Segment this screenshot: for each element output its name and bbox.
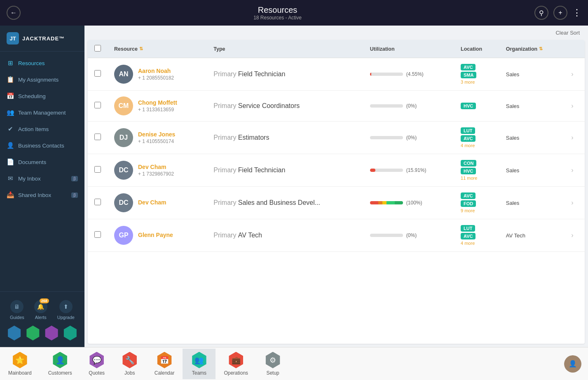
row-checkbox[interactable]: [94, 199, 101, 205]
resource-cell: DC Dev Cham: [114, 193, 200, 212]
row-expand-arrow[interactable]: ›: [571, 167, 573, 174]
alerts-button[interactable]: 🔔 268 Alerts: [34, 300, 47, 320]
setup-label: Setup: [266, 370, 279, 376]
row-checkbox[interactable]: [94, 102, 101, 108]
shared-inbox-badge: β: [71, 192, 78, 198]
location-cell: AVCSMA3 more: [454, 58, 499, 91]
resource-name[interactable]: Dev Cham: [138, 199, 166, 206]
location-tag: LUT: [461, 225, 475, 232]
sidebar-item-label: Documents: [18, 159, 46, 165]
row-expand-arrow[interactable]: ›: [571, 70, 573, 77]
row-checkbox[interactable]: [94, 134, 101, 140]
utilization-cell: (15.91%): [363, 154, 454, 187]
sidebar: JT JACKTRADE™ ⊞ Resources 📋 My Assignmen…: [0, 26, 84, 347]
location-cell: LUTAVC4 more: [454, 219, 499, 252]
th-resource-label: Resource: [114, 46, 138, 52]
type-prefix: Primary: [213, 70, 238, 77]
search-button[interactable]: ⚲: [534, 6, 548, 20]
row-expand-arrow[interactable]: ›: [571, 134, 573, 141]
location-more[interactable]: 4 more: [461, 241, 493, 246]
organization-sort-icon[interactable]: ⇅: [539, 46, 543, 52]
sidebar-item-label: Business Contacts: [18, 143, 64, 149]
resource-name[interactable]: Denise Jones: [138, 131, 175, 138]
page-title: Resources: [253, 5, 302, 15]
resource-name[interactable]: Aaron Noah: [138, 68, 174, 74]
calendar-icon: 📅: [156, 352, 173, 368]
bottom-nav-customers[interactable]: 👤 Customers: [40, 349, 80, 379]
organization-cell: Sales: [499, 187, 565, 219]
scheduling-icon: 📅: [7, 92, 14, 100]
bottom-nav-jobs[interactable]: 🔧 Jobs: [113, 349, 146, 379]
th-location: Location: [454, 40, 499, 58]
location-more[interactable]: 9 more: [461, 208, 493, 213]
row-checkbox[interactable]: [94, 166, 101, 173]
sidebar-item-action-items[interactable]: ✔ Action Items: [0, 121, 84, 137]
bottom-nav-setup[interactable]: ⚙ Setup: [256, 349, 289, 379]
location-more[interactable]: 11 more: [461, 176, 493, 181]
operations-icon: 💼: [228, 352, 244, 368]
sidebar-item-resources[interactable]: ⊞ Resources: [0, 55, 84, 71]
content-area: Clear Sort Resource ⇅: [84, 26, 588, 347]
upgrade-button[interactable]: ⬆ Upgrade: [57, 300, 75, 320]
location-more[interactable]: 4 more: [461, 143, 493, 148]
sidebar-item-shared-inbox[interactable]: 📥 Shared Inbox β: [0, 187, 84, 203]
avatar-hex-3[interactable]: [44, 326, 59, 340]
clear-sort-button[interactable]: Clear Sort: [555, 30, 580, 36]
bottom-right-avatar[interactable]: 👤: [564, 355, 581, 373]
utilization-cell: (4.55%): [363, 58, 454, 91]
location-more[interactable]: 3 more: [461, 80, 493, 84]
logo-text: JACKTRADE™: [22, 35, 65, 42]
guides-label: Guides: [10, 315, 24, 320]
resource-cell: DC Dev Cham + 1 7329867902: [114, 161, 200, 180]
table-row: DC Dev Cham + 1 7329867902 Primary Field…: [88, 154, 585, 187]
row-expand-arrow[interactable]: ›: [571, 102, 573, 109]
guides-icon: 🖥: [10, 300, 23, 313]
back-button[interactable]: ←: [7, 6, 21, 20]
sidebar-item-team-management[interactable]: 👥 Team Management: [0, 104, 84, 121]
resource-name[interactable]: Dev Cham: [138, 164, 174, 170]
sidebar-item-scheduling[interactable]: 📅 Scheduling: [0, 88, 84, 104]
bottom-nav-calendar[interactable]: 📅 Calendar: [146, 349, 183, 379]
select-all-checkbox[interactable]: [94, 45, 101, 52]
bottom-nav-operations[interactable]: 💼 Operations: [216, 349, 256, 379]
resource-phone: + 1 7329867902: [138, 171, 174, 177]
action-items-icon: ✔: [7, 125, 14, 133]
more-options-button[interactable]: ⋮: [572, 7, 581, 18]
avatar-hex-2[interactable]: [26, 326, 40, 340]
sidebar-item-label: Team Management: [18, 110, 66, 116]
organization-value: Sales: [506, 71, 520, 77]
team-management-icon: 👥: [7, 109, 14, 116]
operations-label: Operations: [224, 370, 248, 376]
row-checkbox[interactable]: [94, 70, 101, 77]
sidebar-item-label: Shared Inbox: [18, 192, 51, 198]
seg-orange: [378, 201, 382, 204]
sidebar-item-documents[interactable]: 📄 Documents: [0, 154, 84, 170]
add-button[interactable]: +: [553, 6, 567, 20]
sidebar-item-my-inbox[interactable]: ✉ My Inbox β: [0, 170, 84, 187]
guides-button[interactable]: 🖥 Guides: [10, 300, 24, 320]
organization-value: Sales: [506, 167, 520, 174]
resource-name[interactable]: Chong Moffett: [138, 99, 177, 106]
type-cell: Primary Field Technician: [207, 58, 363, 91]
seg-lime: [387, 201, 395, 204]
bottom-nav-mainboard[interactable]: ⭐ Mainboard: [0, 349, 40, 379]
resources-table-container[interactable]: Resource ⇅ Type Utilization Location: [88, 40, 585, 344]
sidebar-item-label: Scheduling: [18, 93, 46, 99]
location-tag: HVC: [461, 103, 476, 109]
page-subtitle: 18 Resources - Active: [253, 15, 302, 21]
bottom-nav-quotes[interactable]: 💬 Quotes: [80, 349, 113, 379]
sidebar-item-business-contacts[interactable]: 👤 Business Contacts: [0, 137, 84, 154]
avatar-hex-4[interactable]: [63, 326, 77, 340]
avatar-hex-1[interactable]: [7, 326, 22, 340]
resource-name[interactable]: Glenn Payne: [138, 232, 173, 238]
row-expand-arrow[interactable]: ›: [571, 199, 573, 206]
row-expand-arrow[interactable]: ›: [571, 232, 573, 239]
avatar: DC: [114, 193, 133, 212]
sidebar-item-my-assignments[interactable]: 📋 My Assignments: [0, 71, 84, 88]
avatar: GP: [114, 226, 133, 245]
row-checkbox[interactable]: [94, 231, 101, 238]
organization-value: Sales: [506, 135, 520, 141]
resource-info: Denise Jones + 1 4105550174: [138, 131, 175, 144]
bottom-nav-teams[interactable]: 👥 Teams: [183, 349, 216, 379]
resource-sort-icon[interactable]: ⇅: [139, 46, 143, 52]
